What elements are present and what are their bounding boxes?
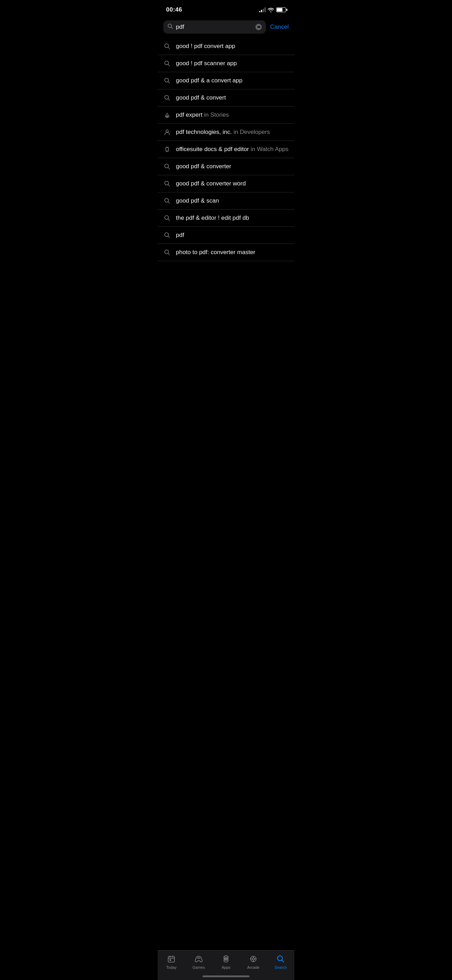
svg-point-6	[165, 78, 169, 82]
svg-point-26	[165, 250, 169, 254]
suggestion-label: pdf technologies, inc. in Developers	[176, 129, 289, 136]
list-item[interactable]: good pdf & convert	[158, 89, 294, 107]
clear-search-button[interactable]: ✕	[255, 24, 262, 30]
suggestion-label: good ! pdf convert app	[176, 43, 289, 50]
signal-icon	[259, 7, 266, 12]
status-bar: 00:46	[158, 0, 294, 18]
list-item[interactable]: pdf technologies, inc. in Developers	[158, 124, 294, 141]
suggestion-label: officesuite docs & pdf editor in Watch A…	[176, 146, 289, 153]
svg-line-14	[166, 151, 167, 152]
svg-point-16	[165, 164, 169, 168]
svg-point-20	[165, 198, 169, 202]
search-suggestion-icon	[163, 214, 171, 222]
list-item[interactable]: pdf expert in Stories	[158, 107, 294, 124]
list-item[interactable]: good pdf & converter	[158, 158, 294, 175]
svg-line-1	[171, 27, 173, 29]
svg-line-21	[168, 202, 170, 203]
search-suggestion-icon	[163, 60, 171, 67]
svg-line-3	[168, 47, 170, 49]
search-suggestion-icon	[163, 248, 171, 256]
list-item[interactable]: good pdf & converter word	[158, 175, 294, 192]
developer-icon	[163, 128, 171, 136]
svg-line-12	[166, 147, 167, 148]
status-icons	[259, 7, 286, 12]
suggestion-label: good pdf & scan	[176, 197, 289, 204]
svg-line-15	[168, 151, 168, 152]
suggestions-list: good ! pdf convert app good ! pdf scanne…	[158, 38, 294, 261]
svg-point-18	[165, 181, 169, 185]
main-content: good ! pdf convert app good ! pdf scanne…	[158, 38, 294, 293]
svg-line-5	[168, 65, 170, 66]
svg-line-27	[168, 253, 170, 255]
suggestion-label: good ! pdf scanner app	[176, 60, 289, 67]
search-bar-container: pdf ✕ Cancel	[158, 18, 294, 38]
wifi-icon	[268, 7, 274, 12]
svg-line-13	[168, 147, 168, 148]
list-item[interactable]: good ! pdf scanner app	[158, 55, 294, 72]
svg-point-4	[165, 61, 169, 65]
list-item[interactable]: officesuite docs & pdf editor in Watch A…	[158, 141, 294, 158]
search-suggestion-icon	[163, 180, 171, 188]
suggestion-label: good pdf & a convert app	[176, 77, 289, 84]
suggestion-label: pdf expert in Stories	[176, 111, 289, 118]
svg-line-9	[168, 99, 170, 100]
svg-point-22	[165, 216, 169, 220]
search-input-wrapper[interactable]: pdf ✕	[163, 20, 266, 33]
list-item[interactable]: good pdf & a convert app	[158, 72, 294, 89]
svg-point-8	[165, 95, 169, 99]
svg-point-2	[165, 44, 169, 48]
cancel-button[interactable]: Cancel	[270, 24, 289, 30]
search-input-icon	[167, 24, 173, 30]
watch-icon	[163, 145, 171, 153]
search-suggestion-icon	[163, 162, 171, 170]
suggestion-label: photo to pdf: converter master	[176, 249, 289, 256]
search-suggestion-icon	[163, 231, 171, 239]
list-item[interactable]: pdf	[158, 227, 294, 244]
svg-point-24	[165, 233, 169, 237]
svg-line-25	[168, 236, 170, 238]
list-item[interactable]: the pdf & editor ! edit pdf db	[158, 210, 294, 227]
svg-line-7	[168, 82, 170, 83]
list-item[interactable]: good pdf & scan	[158, 192, 294, 210]
suggestion-label: the pdf & editor ! edit pdf db	[176, 215, 289, 221]
svg-line-17	[168, 167, 170, 169]
suggestion-label: pdf	[176, 232, 289, 239]
search-input[interactable]: pdf	[176, 24, 253, 30]
svg-point-10	[166, 130, 169, 132]
svg-line-23	[168, 219, 170, 221]
status-time: 00:46	[166, 6, 182, 13]
list-item[interactable]: photo to pdf: converter master	[158, 244, 294, 261]
battery-icon	[276, 7, 286, 12]
stories-icon	[163, 111, 171, 119]
suggestion-label: good pdf & convert	[176, 94, 289, 101]
list-item[interactable]: good ! pdf convert app	[158, 38, 294, 55]
svg-line-19	[168, 185, 170, 186]
search-suggestion-icon	[163, 94, 171, 102]
suggestion-label: good pdf & converter	[176, 163, 289, 170]
search-suggestion-icon	[163, 77, 171, 84]
search-suggestion-icon	[163, 42, 171, 50]
search-suggestion-icon	[163, 197, 171, 205]
svg-rect-11	[166, 148, 169, 151]
suggestion-label: good pdf & converter word	[176, 180, 289, 187]
